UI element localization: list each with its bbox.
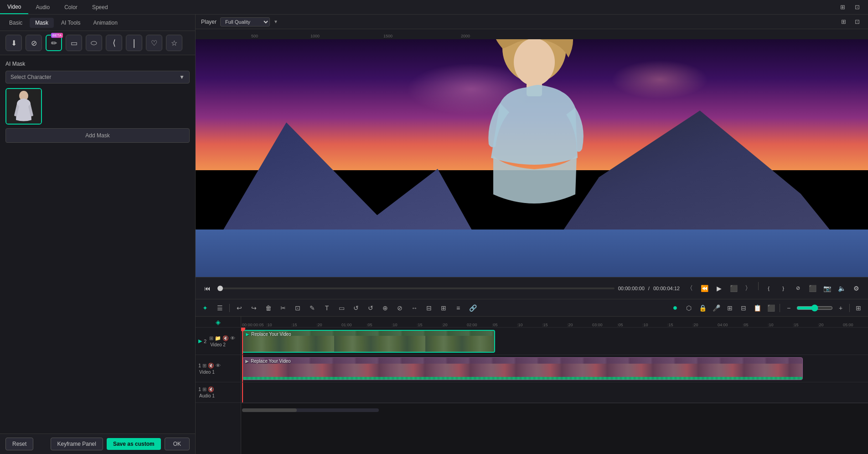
video2-clip[interactable]: ▶ Replace Your Video	[242, 330, 495, 353]
tool-line2[interactable]: |	[126, 35, 142, 51]
dropdown-arrow-icon2: ▼	[274, 19, 278, 24]
reset-button[interactable]: Reset	[5, 438, 33, 450]
out-point-button[interactable]: }	[777, 282, 790, 295]
tl-list-icon[interactable]: ≡	[452, 302, 464, 314]
video2-eye-icon[interactable]: 👁	[230, 335, 235, 341]
in-point-button[interactable]: {	[762, 282, 775, 295]
quality-select[interactable]: Full Quality Half Quality Quarter Qualit…	[220, 17, 270, 26]
select-character-dropdown[interactable]: Select Character ▼	[5, 71, 190, 83]
tl-toggle-7[interactable]: 📋	[751, 302, 763, 314]
tl-toggle-6[interactable]: ⊟	[738, 302, 749, 314]
tab-audio[interactable]: Audio	[28, 0, 57, 14]
grid-layout-icon[interactable]: ⊞	[838, 16, 849, 27]
timeline-scrollbar[interactable]	[242, 408, 379, 412]
tl-delete-icon[interactable]: 🗑	[263, 302, 274, 314]
tool-star[interactable]: ☆	[166, 35, 182, 51]
reset-section: Reset	[5, 438, 33, 450]
tl-toggle-5[interactable]: ⊞	[724, 302, 736, 314]
tool-download[interactable]: ⬇	[5, 35, 22, 51]
fullscreen-button[interactable]: ⬛	[806, 282, 819, 295]
main-layout: Basic Mask AI Tools Animation ⬇ ⊘ ✏ BETA…	[0, 15, 868, 454]
tl-toggle-green[interactable]: ●	[669, 302, 681, 314]
tl-rotate-icon[interactable]: ↺	[350, 302, 362, 314]
ruler-playhead-marker[interactable]: ◈	[216, 318, 221, 326]
ok-button[interactable]: OK	[165, 438, 190, 450]
tool-draw[interactable]: ✏ BETA	[46, 35, 62, 51]
ruler-t15: :05	[617, 323, 642, 327]
play-button[interactable]: ▶	[713, 282, 725, 295]
tl-crop-icon[interactable]: ⊡	[292, 302, 304, 314]
audio1-mute-icon[interactable]: 🔇	[208, 386, 214, 392]
step-back-button[interactable]: ⏪	[698, 282, 711, 295]
settings-button[interactable]: ⚙	[850, 282, 863, 295]
video1-add-icon[interactable]: ⊞	[202, 363, 207, 369]
video1-mute-icon[interactable]: 🔇	[208, 363, 214, 369]
scrollbar-thumb	[242, 408, 297, 412]
next-frame-button[interactable]: 〉	[742, 282, 754, 295]
tool-rectangle[interactable]: ▭	[66, 35, 82, 51]
volume-button[interactable]: 🔈	[835, 282, 848, 295]
tl-zoom-in-icon[interactable]: +	[835, 302, 847, 314]
tl-redo-icon[interactable]: ↪	[248, 302, 260, 314]
tl-group-icon[interactable]: ⊞	[438, 302, 450, 314]
zoom-slider[interactable]	[796, 304, 833, 312]
extract-button[interactable]: ⊘	[791, 282, 804, 295]
tab-mask[interactable]: Mask	[30, 18, 54, 28]
rewind-button[interactable]: ⏮	[201, 282, 214, 295]
tl-menu-icon[interactable]: ☰	[214, 302, 226, 314]
tl-undo-icon[interactable]: ↩	[233, 302, 245, 314]
playhead-a1	[242, 382, 243, 402]
tl-grid-icon[interactable]: ⊞	[852, 302, 864, 314]
tl-text-icon[interactable]: T	[321, 302, 333, 314]
tl-add-icon[interactable]: ✦	[199, 302, 211, 314]
tab-color[interactable]: Color	[57, 0, 85, 14]
grid-icon[interactable]: ⊞	[837, 2, 848, 13]
layout-icon[interactable]: ⊡	[852, 2, 863, 13]
tab-ai-tools[interactable]: AI Tools	[56, 18, 86, 28]
tl-cut-icon[interactable]: ✂	[277, 302, 289, 314]
add-mask-button[interactable]: Add Mask	[5, 128, 190, 143]
tl-lock-icon[interactable]: ⊟	[423, 302, 435, 314]
video2-mute-icon[interactable]: 🔇	[222, 335, 229, 341]
timeline-scrubber[interactable]	[217, 287, 615, 289]
tl-edit-icon[interactable]: ✎	[306, 302, 318, 314]
tl-add2-icon[interactable]: ⊕	[379, 302, 391, 314]
tab-basic[interactable]: Basic	[4, 18, 28, 28]
audio1-add-icon[interactable]: ⊞	[202, 386, 207, 392]
tl-toggle-3[interactable]: 🔒	[697, 302, 708, 314]
prev-frame-button[interactable]: 〈	[683, 282, 696, 295]
tl-toggle-2[interactable]: ⬡	[683, 302, 695, 314]
tl-rect-icon[interactable]: ▭	[336, 302, 347, 314]
single-layout-icon[interactable]: ⊡	[852, 16, 863, 27]
tl-link-icon[interactable]: 🔗	[467, 302, 479, 314]
tracks-scrollable[interactable]: ▶ Replace Your Video	[241, 328, 868, 454]
character-item-0[interactable]	[5, 88, 42, 125]
tab-speed[interactable]: Speed	[85, 0, 115, 14]
tl-flip-icon[interactable]: ↺	[365, 302, 377, 314]
tool-heart[interactable]: ♡	[146, 35, 162, 51]
ruler-t8: :20	[442, 323, 467, 327]
ruler-t2: :15	[291, 323, 316, 327]
tl-zoom-out-icon[interactable]: −	[783, 302, 795, 314]
tl-toggle-4[interactable]: 🎤	[710, 302, 722, 314]
tab-animation[interactable]: Animation	[88, 18, 123, 28]
tl-expand-icon[interactable]: ↔	[408, 302, 420, 314]
video2-folder-icon[interactable]: 📁	[215, 335, 221, 341]
tool-line1[interactable]: ⟨	[106, 35, 122, 51]
tool-ellipse[interactable]: ⬭	[86, 35, 102, 51]
video2-add-icon[interactable]: ⊞	[209, 335, 213, 341]
tool-no-mask[interactable]: ⊘	[26, 35, 42, 51]
save-custom-button[interactable]: Save as custom	[107, 438, 161, 450]
tl-minus-icon[interactable]: ⊘	[394, 302, 406, 314]
ruler-mark-2000: 2000	[461, 34, 598, 38]
ruler-t19: 04:00	[718, 323, 743, 327]
select-placeholder: Select Character	[10, 74, 51, 80]
video1-eye-icon[interactable]: 👁	[216, 363, 221, 369]
keyframe-panel-button[interactable]: Keyframe Panel	[51, 438, 103, 450]
video1-clip[interactable]: ▶ Replace Your Video	[242, 357, 803, 380]
tl-toggle-8[interactable]: ⬛	[765, 302, 777, 314]
snapshot-button[interactable]: 📷	[821, 282, 833, 295]
stop-button[interactable]: ⬛	[727, 282, 740, 295]
video1-label-text: Video 1	[198, 370, 221, 375]
tab-video[interactable]: Video	[0, 0, 28, 14]
